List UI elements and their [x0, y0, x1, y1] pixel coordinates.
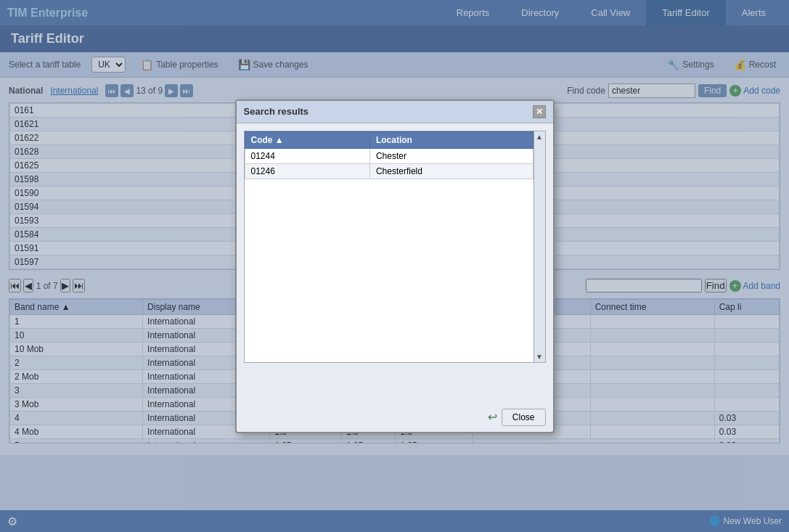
- scroll-up-arrow[interactable]: ▲: [536, 133, 543, 141]
- modal-scrollbar: ▲ ▼: [534, 131, 545, 362]
- modal-close-btn[interactable]: ✕: [533, 105, 546, 118]
- modal-table-wrapper: Code ▲ Location 01244Chester01246Chester…: [244, 131, 546, 363]
- result-code: 01246: [245, 163, 369, 179]
- modal-result-row[interactable]: 01246Chesterfield: [245, 163, 533, 179]
- modal-overlay: Search results ✕ Code ▲ Location 01244Ch…: [0, 0, 789, 532]
- modal-body: Code ▲ Location 01244Chester01246Chester…: [237, 123, 553, 403]
- result-location: Chester: [369, 148, 533, 163]
- modal-col-location: Location: [369, 131, 533, 148]
- search-results-modal: Search results ✕ Code ▲ Location 01244Ch…: [235, 99, 555, 433]
- result-code: 01244: [245, 148, 369, 163]
- scroll-down-arrow[interactable]: ▼: [536, 353, 543, 361]
- close-modal-btn[interactable]: Close: [502, 409, 546, 426]
- result-location: Chesterfield: [369, 163, 533, 179]
- modal-result-row[interactable]: 01244Chester: [245, 148, 533, 163]
- modal-results-table: Code ▲ Location 01244Chester01246Chester…: [245, 131, 534, 179]
- modal-col-code: Code ▲: [245, 131, 369, 148]
- modal-table-inner: Code ▲ Location 01244Chester01246Chester…: [245, 131, 534, 362]
- modal-footer: ↩ Close: [237, 403, 553, 432]
- close-icon: ↩: [488, 410, 497, 424]
- modal-title: Search results: [244, 106, 309, 117]
- modal-title-bar: Search results ✕: [237, 101, 553, 123]
